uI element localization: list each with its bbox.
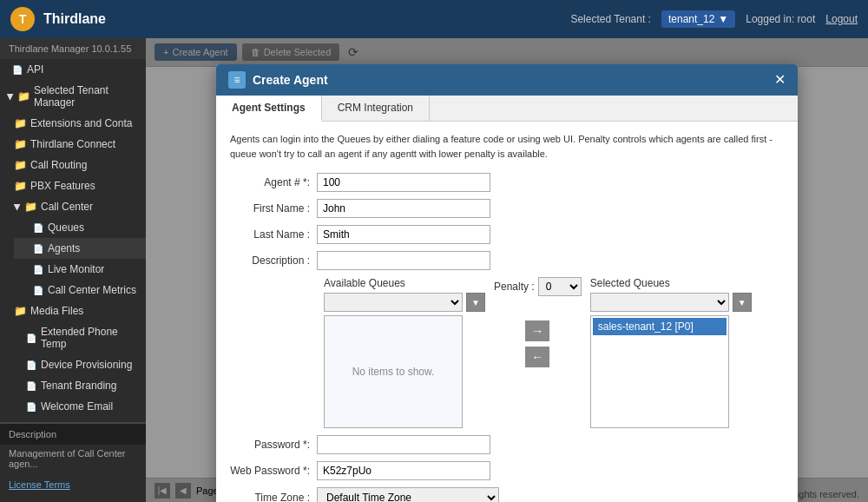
file-icon: 📄 <box>26 334 36 343</box>
file-icon: 📄 <box>33 223 43 233</box>
available-queues-label: Available Queues <box>324 277 485 289</box>
penalty-select[interactable]: 0 1 2 <box>538 277 582 296</box>
move-right-button[interactable]: → <box>525 320 549 341</box>
queues-section: Available Queues ▼ No items to show. <box>230 277 784 428</box>
sidebar-item-live-monitor[interactable]: 📄 Live Monitor <box>14 259 146 280</box>
modal-title: Create Agent <box>253 73 328 87</box>
password-label: Password *: <box>230 439 317 451</box>
tenant-dropdown-icon: ▼ <box>718 13 728 25</box>
available-queues-dropdown-btn[interactable]: ▼ <box>466 293 485 312</box>
tenant-selector[interactable]: tenant_12 ▼ <box>661 10 735 28</box>
folder-icon: 📁 <box>14 159 27 171</box>
first-name-input[interactable] <box>317 199 490 218</box>
available-queues-list: No items to show. <box>324 315 463 428</box>
description-label: Description : <box>230 254 317 267</box>
form-row-password: Password *: <box>230 435 784 454</box>
sidebar-item-extended-phone[interactable]: 📄 Extended Phone Temp <box>7 321 146 354</box>
sidebar-group-thirdlane-connect[interactable]: 📁 Thirdlane Connect <box>7 134 146 155</box>
sidebar-group-extensions[interactable]: 📁 Extensions and Conta <box>7 113 146 134</box>
web-password-input[interactable] <box>317 461 490 480</box>
folder-icon: 📁 <box>24 201 37 213</box>
sidebar-item-welcome-email[interactable]: 📄 Welcome Email <box>7 396 146 417</box>
sidebar-item-label: API <box>27 63 43 76</box>
web-password-label: Web Password *: <box>230 465 317 477</box>
tenant-label: Selected Tenant : <box>570 13 651 25</box>
file-icon: 📄 <box>26 402 36 412</box>
sidebar-item-label: Call Center Metrics <box>48 284 136 296</box>
sidebar-group-tenant-manager[interactable]: ▶ 📁 Selected Tenant Manager <box>0 80 146 113</box>
folder-icon: 📁 <box>17 90 30 102</box>
last-name-input[interactable] <box>317 225 490 244</box>
header-left: T Thirdlane <box>10 7 106 31</box>
sidebar-group-media-files[interactable]: 📁 Media Files <box>7 301 146 321</box>
move-left-button[interactable]: ← <box>525 347 549 367</box>
arrow-icon: ▶ <box>6 93 16 100</box>
folder-icon: 📁 <box>14 180 27 192</box>
agent-number-input[interactable] <box>317 173 490 192</box>
sidebar-group-label: Media Files <box>30 305 83 317</box>
logout-button[interactable]: Logout <box>825 13 858 25</box>
modal-tabs: Agent Settings CRM Integration <box>216 96 798 122</box>
sidebar-item-label: Extended Phone Temp <box>41 326 137 350</box>
sidebar-group-label: Extensions and Conta <box>30 117 132 129</box>
sidebar-item-label: Welcome Email <box>41 400 113 413</box>
sidebar-item-device-provisioning[interactable]: 📄 Device Provisioning <box>7 354 146 375</box>
file-icon: 📄 <box>12 65 23 75</box>
form-row-description: Description : <box>230 251 784 270</box>
modal-overlay: ≡ Create Agent ✕ Agent Settings CRM Inte… <box>146 38 868 502</box>
sidebar-call-center-sub: 📄 Queues 📄 Agents 📄 Live Monitor 📄 Call … <box>7 217 146 301</box>
create-agent-modal: ≡ Create Agent ✕ Agent Settings CRM Inte… <box>216 64 798 502</box>
sidebar-item-tenant-branding[interactable]: 📄 Tenant Branding <box>7 375 146 396</box>
header-right: Selected Tenant : tenant_12 ▼ Logged in:… <box>570 10 858 28</box>
selected-queue-item[interactable]: sales-tenant_12 [P0] <box>593 318 727 335</box>
file-icon: 📄 <box>33 244 43 254</box>
app-header: T Thirdlane Selected Tenant : tenant_12 … <box>0 0 868 38</box>
sidebar-group-call-routing[interactable]: 📁 Call Routing <box>7 155 146 175</box>
form-row-web-password: Web Password *: <box>230 461 784 480</box>
file-icon: 📄 <box>26 360 36 370</box>
sidebar-description-label: Description <box>0 423 146 445</box>
logged-in-label: Logged in: root <box>746 13 815 25</box>
sidebar-group-pbx-features[interactable]: 📁 PBX Features <box>7 175 146 196</box>
sidebar-item-call-center-metrics[interactable]: 📄 Call Center Metrics <box>14 280 146 301</box>
selected-queues-dropdown-btn[interactable]: ▼ <box>733 293 752 312</box>
modal-close-button[interactable]: ✕ <box>774 73 786 87</box>
available-queues-select[interactable] <box>324 293 463 312</box>
modal-body: Agents can login into the Queues by eith… <box>216 122 798 502</box>
timezone-select[interactable]: Default Time Zone <box>317 487 499 502</box>
form-row-first-name: First Name : <box>230 199 784 218</box>
folder-icon: 📁 <box>14 138 27 150</box>
last-name-label: Last Name : <box>230 228 317 241</box>
sidebar-group-label: Selected Tenant Manager <box>34 84 141 109</box>
main-layout: Thirdlane Manager 10.0.1.55 📄 API ▶ 📁 Se… <box>0 38 868 502</box>
sidebar-group-label: Call Center <box>41 201 93 213</box>
selected-queues-select[interactable] <box>590 293 729 312</box>
password-input[interactable] <box>317 435 490 454</box>
agent-number-label: Agent # *: <box>230 176 317 188</box>
sidebar-item-api[interactable]: 📄 API <box>0 59 146 80</box>
tab-crm-integration[interactable]: CRM Integration <box>322 96 430 121</box>
sidebar-item-agents[interactable]: 📄 Agents <box>14 238 146 259</box>
arrow-icon: ▶ <box>13 203 23 210</box>
available-queues-dropdown-row: ▼ <box>324 293 485 312</box>
sidebar-group-call-center[interactable]: ▶ 📁 Call Center <box>7 196 146 217</box>
sidebar-item-label: Queues <box>48 221 84 234</box>
sidebar-item-label: Tenant Branding <box>41 380 116 392</box>
penalty-label: Penalty : <box>494 281 535 293</box>
move-buttons: → ← <box>525 320 549 367</box>
app-logo: T <box>10 7 35 31</box>
sidebar-item-queues[interactable]: 📄 Queues <box>14 217 146 238</box>
first-name-label: First Name : <box>230 202 317 215</box>
description-input[interactable] <box>317 251 490 270</box>
sidebar-sub-tenant: 📁 Extensions and Conta 📁 Thirdlane Conne… <box>0 113 146 417</box>
modal-header: ≡ Create Agent ✕ <box>216 64 798 96</box>
license-terms-link[interactable]: License Terms <box>9 479 70 490</box>
tab-agent-settings[interactable]: Agent Settings <box>216 96 322 122</box>
selected-queues-list: sales-tenant_12 [P0] <box>590 315 729 428</box>
form-row-agent-number: Agent # *: <box>230 173 784 192</box>
folder-icon: 📁 <box>14 305 27 317</box>
folder-icon: 📁 <box>14 117 27 129</box>
timezone-label: Time Zone : <box>230 492 317 502</box>
sidebar-item-label: Device Provisioning <box>41 359 132 371</box>
form-row-timezone: Time Zone : Default Time Zone <box>230 487 784 502</box>
